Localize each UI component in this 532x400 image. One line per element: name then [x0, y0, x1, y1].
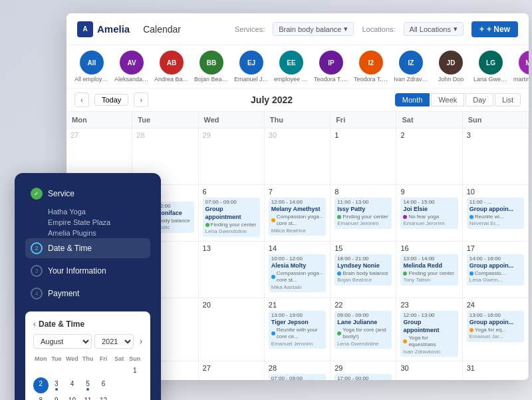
cell-date: 30	[269, 131, 326, 139]
calendar-cell[interactable]: 914:00 - 15:00Joi ElsieNo fear yogaEmanu…	[396, 185, 462, 242]
calendar-cell[interactable]: 1011:00 - ...Group appoin...Reunite wi..…	[463, 185, 529, 242]
calendar-event[interactable]: 13:00 - 19:00Tiger JepsonReunite with yo…	[269, 311, 326, 349]
employee-avatar-3[interactable]: BBBojan Beatrice	[194, 51, 229, 83]
weekday-label: Sat	[112, 354, 127, 363]
calendar-day[interactable]: 11	[80, 394, 96, 400]
date-picker-title: Date & Time	[39, 319, 142, 329]
calendar-cell[interactable]: 712:00 - 14:00Melany AmethystCompassion …	[265, 185, 331, 242]
employee-avatar-7[interactable]: I2Teodora T. Lexie Emer	[354, 51, 388, 83]
calendar-month-title: July 2022	[154, 95, 389, 105]
calendar-day[interactable]: 10	[65, 394, 80, 400]
employee-avatar-8[interactable]: IZIvan Zdravk...	[394, 51, 428, 83]
services-dropdown[interactable]: Brain body balance ▾	[273, 22, 354, 36]
view-tab-week[interactable]: Week	[431, 93, 464, 106]
year-select[interactable]: 2020202120222023	[94, 334, 134, 349]
service-item[interactable]: Amelia Plugins	[25, 228, 150, 238]
view-tab-list[interactable]: List	[495, 93, 521, 106]
calendar-cell[interactable]: 2917:00 - 00:00Group appointmentReunite …	[331, 361, 396, 380]
employee-avatar-0[interactable]: AllAll employees	[74, 51, 109, 83]
calendar-day[interactable]: 4	[65, 377, 80, 393]
calendar-event[interactable]: 13:00 - 14:00Melinda ReddFinding your ce…	[400, 254, 458, 286]
booking-step-payment[interactable]: 4Payment	[25, 284, 150, 303]
employee-avatar-9[interactable]: JDJohn Doo	[434, 51, 468, 83]
employee-avatar-6[interactable]: IPTeodora T. Emily Eme	[314, 51, 348, 83]
calendar-cell[interactable]: 13	[199, 242, 265, 298]
calendar-event[interactable]: 11:00 - 13:00Issy PattyFinding your cent…	[334, 198, 392, 229]
calendar-day[interactable]: 12	[96, 394, 111, 400]
calendar-day[interactable]: 5	[80, 377, 96, 393]
calendar-event[interactable]: 14:00 - 15:00Joi ElsieNo fear yogaEmanue…	[400, 198, 458, 229]
calendar-next-button[interactable]: ›	[134, 93, 148, 107]
calendar-day[interactable]: 6	[96, 377, 111, 393]
calendar-cell[interactable]: 30	[396, 361, 462, 380]
calendar-event[interactable]: 17:00 - 00:00Group appointmentReunite wi…	[334, 374, 392, 380]
calendar-cell[interactable]: 30	[265, 128, 331, 185]
calendar-day[interactable]: 9	[49, 394, 65, 400]
booking-step-date-&-time[interactable]: 2Date & Time	[25, 238, 150, 258]
event-time: 07:00 - 09:00	[205, 199, 257, 206]
locations-dropdown[interactable]: All Locations ▾	[404, 22, 464, 36]
calendar-event[interactable]: 12:00 - 14:00Melany AmethystCompassion y…	[269, 198, 326, 236]
booking-step-your-information[interactable]: 3Your Information	[25, 261, 150, 281]
empty-day	[112, 394, 127, 400]
calendar-cell[interactable]: 1714:00 - 16:00Group appoin...Compassio.…	[463, 242, 529, 298]
calendar-event[interactable]: 14:00 - 16:00Group appoin...Compassio...…	[467, 254, 524, 286]
calendar-day[interactable]: 8	[33, 394, 49, 400]
booking-step-service[interactable]: ✓Service	[25, 184, 150, 204]
calendar-cell[interactable]: 2413:00 - 16:00Group appoin...Yoga for e…	[463, 298, 529, 361]
event-employee: Emanuel Jar...	[469, 333, 521, 340]
event-employee: Bojan Beatrice	[337, 277, 389, 284]
cell-date: 1	[334, 131, 392, 139]
service-item[interactable]: Hatha Yoga	[25, 206, 150, 217]
employee-avatar-2[interactable]: ABAndrea Barber	[154, 51, 189, 83]
calendar-cell[interactable]: 31	[463, 361, 529, 380]
cell-date: 14	[269, 244, 326, 252]
calendar-cell[interactable]: 29	[199, 128, 265, 185]
view-tab-day[interactable]: Day	[466, 93, 493, 106]
calendar-event[interactable]: 12:00 - 13:00Group appointmentYoga for e…	[400, 311, 458, 357]
event-time: 12:00 - 14:00	[271, 199, 323, 206]
calendar-cell[interactable]: 1518:00 - 21:00Lyndsey NonieBrain body b…	[331, 242, 396, 298]
calendar-cell[interactable]: 607:00 - 09:00Group appointmentFinding y…	[199, 185, 265, 242]
calendar-event[interactable]: 11:00 - ...Group appoin...Reunite wi...N…	[467, 198, 524, 229]
calendar-event[interactable]: 07:00 - 09:00Group appointmentFinding yo…	[203, 198, 260, 237]
calendar-cell[interactable]: 2807:00 - 09:00Isador KathiYoga for gut …	[265, 361, 331, 380]
avatar: JD	[439, 51, 463, 75]
date-picker-prev[interactable]: ‹	[33, 319, 36, 329]
month-select[interactable]: JanuaryFebruaryMarchAprilMayJuneJulyAugu…	[33, 334, 92, 349]
calendar-event[interactable]: 07:00 - 09:00Isador KathiYoga for gut he…	[269, 374, 326, 380]
date-picker-next[interactable]: ›	[140, 337, 142, 346]
calendar-cell[interactable]: 27	[199, 361, 265, 380]
view-tab-month[interactable]: Month	[395, 93, 430, 106]
calendar-cell[interactable]: 2312:00 - 13:00Group appointmentYoga for…	[396, 298, 462, 361]
employee-avatar-11[interactable]: MBmartin S. Mike Sober	[513, 51, 529, 83]
calendar-cell[interactable]: 1	[331, 128, 396, 185]
calendar-event[interactable]: 10:00 - 12:00Alesia MoltyCompassion yoga…	[269, 254, 326, 292]
calendar-cell[interactable]: 1410:00 - 12:00Alesia MoltyCompassion yo…	[265, 242, 331, 298]
employee-avatar-1[interactable]: AVAleksandar...	[114, 51, 149, 83]
employee-avatar-10[interactable]: LGLana Gwem...	[473, 51, 508, 83]
calendar-cell[interactable]: 2	[396, 128, 462, 185]
calendar-day[interactable]: 2	[33, 377, 49, 393]
calendar-event[interactable]: 13:00 - 16:00Group appoin...Yoga for eq.…	[467, 311, 524, 342]
service-item[interactable]: Empire State Plaza	[25, 217, 150, 228]
calendar-day[interactable]: 3	[49, 377, 65, 393]
employee-avatar-4[interactable]: EJEmanuel Jer...	[234, 51, 269, 83]
calendar-event[interactable]: 09:00 - 09:00Lane JulianneYoga for core …	[334, 311, 392, 349]
calendar-cell[interactable]: 811:00 - 13:00Issy PattyFinding your cen…	[331, 185, 396, 242]
calendar-day[interactable]: 1	[127, 364, 142, 377]
event-employee: Tony Tatton	[403, 277, 455, 284]
calendar-cell[interactable]: 3	[463, 128, 529, 185]
calendar-cell[interactable]: 2113:00 - 19:00Tiger JepsonReunite with …	[265, 298, 331, 361]
calendar-cell[interactable]: 1613:00 - 14:00Melinda ReddFinding your …	[396, 242, 462, 298]
employee-avatar-5[interactable]: EEemployee e...	[274, 51, 309, 83]
avatar-name: Lana Gwem...	[473, 76, 508, 83]
avatar: All	[80, 51, 104, 75]
add-new-button[interactable]: + + New	[471, 21, 518, 37]
calendar-cell[interactable]: 20	[199, 298, 265, 361]
calendar-event[interactable]: 18:00 - 21:00Lyndsey NonieBrain body bal…	[334, 254, 392, 286]
calendar-cell[interactable]: 2209:00 - 09:00Lane JulianneYoga for cor…	[331, 298, 396, 361]
calendar-today-button[interactable]: Today	[94, 94, 128, 106]
event-service: Reunite wi...	[469, 214, 521, 220]
calendar-prev-button[interactable]: ‹	[74, 93, 89, 107]
